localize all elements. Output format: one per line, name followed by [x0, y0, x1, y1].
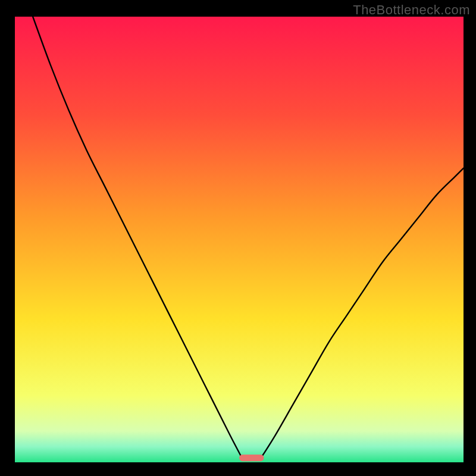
watermark-text: TheBottleneck.com: [353, 2, 470, 18]
plot-background: [15, 17, 464, 462]
minimum-marker: [239, 455, 264, 461]
bottleneck-chart: [0, 0, 476, 476]
chart-stage: TheBottleneck.com: [0, 0, 476, 476]
